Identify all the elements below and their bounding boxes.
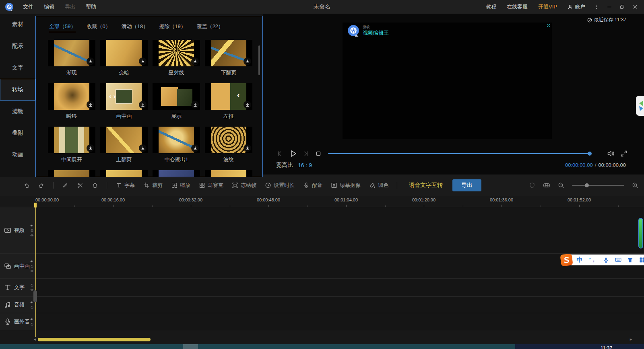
tool-pencil-button[interactable]: [62, 182, 68, 189]
transition-thumbnail[interactable]: [48, 127, 95, 153]
lock-icon[interactable]: [30, 322, 34, 326]
menu-item[interactable]: 文件: [18, 3, 39, 10]
track-lane[interactable]: [35, 207, 644, 253]
tutorial-link[interactable]: 教程: [481, 3, 502, 10]
transition-thumbnail[interactable]: [153, 127, 200, 153]
track-lane[interactable]: [35, 254, 644, 278]
stop-button[interactable]: [315, 150, 322, 157]
transition-item[interactable]: 上翻页: [100, 127, 148, 165]
track-lane[interactable]: [35, 297, 644, 313]
ime-language-toggle[interactable]: 中: [576, 256, 582, 264]
menu-item[interactable]: 编辑: [39, 3, 60, 10]
progress-handle[interactable]: [588, 152, 592, 156]
transition-thumbnail[interactable]: [48, 40, 95, 66]
transition-item[interactable]: 中心擦出1: [153, 127, 200, 165]
ime-keyboard-icon[interactable]: [615, 257, 621, 263]
transition-thumbnail[interactable]: [153, 40, 200, 66]
download-icon[interactable]: [191, 57, 199, 65]
sidebar-item[interactable]: 滤镜: [0, 101, 35, 122]
fullscreen-icon[interactable]: [620, 150, 627, 157]
aspect-ratio-value[interactable]: 16 : 9: [298, 162, 312, 168]
tool-duration-button[interactable]: 设置时长: [265, 182, 295, 189]
transition-item[interactable]: [48, 170, 95, 177]
timeline-zoom-slider[interactable]: [572, 185, 624, 186]
lock-icon[interactable]: [30, 306, 34, 309]
transition-item[interactable]: [153, 170, 200, 177]
track-header[interactable]: 文字: [0, 279, 35, 296]
transition-thumbnail[interactable]: [100, 83, 148, 110]
track-header[interactable]: 画中画: [0, 254, 35, 278]
transition-thumbnail[interactable]: [100, 127, 148, 153]
transition-thumbnail[interactable]: [205, 127, 252, 153]
transition-thumbnail[interactable]: [153, 170, 200, 177]
sidebar-item[interactable]: 叠附: [0, 122, 35, 144]
transition-tab[interactable]: 擦除（19）: [159, 23, 186, 32]
transition-item[interactable]: 渐现: [48, 40, 95, 78]
fit-timeline-icon[interactable]: [543, 182, 550, 189]
transition-thumbnail[interactable]: [205, 40, 252, 66]
restore-button[interactable]: [616, 0, 629, 14]
scroll-right-arrow[interactable]: ►: [629, 337, 633, 341]
zoom-slider-handle[interactable]: [585, 183, 589, 187]
panel-scrollbar[interactable]: [258, 45, 260, 75]
os-taskbar[interactable]: 11:37: [0, 344, 644, 349]
ime-more-icon[interactable]: [639, 257, 644, 263]
ime-skin-icon[interactable]: [627, 257, 633, 263]
previous-frame-button[interactable]: [276, 150, 283, 157]
transition-item[interactable]: 波纹: [205, 127, 252, 165]
sidebar-item[interactable]: 素材: [0, 14, 35, 35]
watermark-close-icon[interactable]: [547, 23, 551, 27]
speaker-icon[interactable]: [30, 317, 34, 321]
lock-icon[interactable]: [30, 283, 34, 287]
transition-thumbnail[interactable]: [205, 170, 252, 177]
tool-undo-button[interactable]: [23, 182, 30, 189]
export-button[interactable]: 导出: [452, 179, 481, 191]
sidebar-item[interactable]: 配乐: [0, 35, 35, 57]
transition-tab[interactable]: 覆盖（22）: [197, 23, 223, 32]
track-lane[interactable]: [35, 313, 644, 330]
transition-tab[interactable]: 全部（59）: [49, 23, 76, 32]
track-lane[interactable]: [35, 279, 644, 296]
tool-mic-button[interactable]: 配音: [303, 182, 322, 189]
menu-item[interactable]: 导出: [60, 3, 80, 10]
track-header[interactable]: 视频: [0, 207, 35, 253]
transition-item[interactable]: 左推: [205, 83, 252, 122]
tool-scissors-button[interactable]: [77, 182, 83, 189]
zoom-out-icon[interactable]: [558, 182, 564, 189]
account-button[interactable]: 账户: [562, 3, 590, 10]
volume-icon[interactable]: [607, 150, 615, 158]
sidebar-item[interactable]: 动画: [0, 144, 35, 166]
transition-tab[interactable]: 滑动（18）: [122, 23, 148, 32]
transition-thumbnail[interactable]: [100, 40, 148, 66]
download-icon[interactable]: [87, 57, 94, 65]
next-frame-button[interactable]: [302, 150, 310, 157]
tool-crop-button[interactable]: 裁剪: [143, 182, 163, 189]
shield-icon[interactable]: [529, 182, 535, 189]
download-icon[interactable]: [139, 57, 147, 65]
transition-tab[interactable]: 收藏（0）: [87, 23, 110, 32]
tool-greenscreen-button[interactable]: 绿幕抠像: [331, 182, 361, 189]
minimize-button[interactable]: [603, 0, 616, 14]
transition-thumbnail[interactable]: [48, 170, 95, 177]
edge-assistant-widget[interactable]: [636, 96, 644, 116]
sidebar-item[interactable]: 转场: [0, 79, 35, 101]
tool-palette-button[interactable]: 调色: [369, 182, 388, 189]
download-icon[interactable]: [244, 144, 251, 152]
track-scroll-handle[interactable]: [33, 290, 37, 302]
play-button[interactable]: [289, 149, 297, 158]
eye-icon[interactable]: [30, 269, 34, 273]
ime-punctuation-toggle[interactable]: °，: [588, 256, 597, 263]
transition-item[interactable]: 展示: [153, 83, 200, 122]
download-icon[interactable]: [139, 101, 147, 109]
transition-thumbnail[interactable]: [153, 83, 200, 110]
more-menu-button[interactable]: [590, 0, 603, 14]
tool-trash-button[interactable]: [92, 182, 98, 189]
playback-progress-bar[interactable]: [328, 153, 590, 154]
sidebar-item[interactable]: 文字: [0, 57, 35, 79]
transition-item[interactable]: 变暗: [100, 40, 148, 78]
track-header[interactable]: 画外音: [0, 313, 35, 330]
zoom-in-icon[interactable]: [632, 182, 638, 189]
tool-redo-button[interactable]: [38, 182, 45, 189]
download-icon[interactable]: [191, 144, 199, 152]
transition-item[interactable]: 星射线: [153, 40, 200, 78]
